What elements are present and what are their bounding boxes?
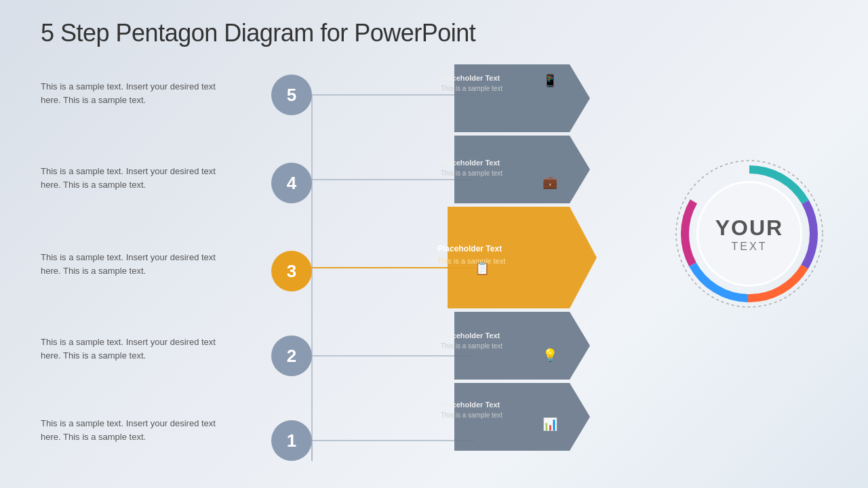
pent-seg3-icon: 📋 bbox=[475, 261, 490, 276]
step-3-circle[interactable]: 3 bbox=[271, 251, 312, 291]
pent-seg2: Placeholder Text This is a sample text bbox=[441, 158, 536, 178]
step-2-text: This is a sample text. Insert your desir… bbox=[41, 336, 237, 362]
step-1-text: This is a sample text. Insert your desir… bbox=[41, 417, 237, 443]
pent-seg3: Placeholder Text This is a sample text bbox=[437, 244, 542, 266]
pent-seg4: Placeholder Text This is a sample text bbox=[441, 331, 536, 351]
pent-seg1: Placeholder Text This is a sample text bbox=[441, 73, 536, 94]
page-title: 5 Step Pentagon Diagram for PowerPoint bbox=[41, 19, 475, 47]
step-1-circle[interactable]: 1 bbox=[271, 420, 312, 461]
pent-seg5: Placeholder Text This is a sample text bbox=[441, 400, 536, 420]
pent-seg2-icon: 💼 bbox=[542, 175, 557, 190]
step-3-text: This is a sample text. Insert your desir… bbox=[41, 251, 237, 277]
pent-seg5-icon: 📊 bbox=[542, 417, 557, 432]
step-5-circle[interactable]: 5 bbox=[271, 75, 312, 115]
step-4-circle[interactable]: 4 bbox=[271, 163, 312, 203]
chart-your-label: YOUR bbox=[715, 216, 783, 241]
step-5-text: This is a sample text. Insert your desir… bbox=[41, 80, 237, 106]
step-4-text: This is a sample text. Insert your desir… bbox=[41, 165, 237, 191]
chart-text-label: TEXT bbox=[715, 241, 783, 253]
circle-chart: YOUR TEXT bbox=[671, 156, 827, 312]
chart-center: YOUR TEXT bbox=[715, 216, 783, 253]
pent-seg1-icon: 📱 bbox=[542, 73, 557, 88]
step-2-circle[interactable]: 2 bbox=[271, 336, 312, 376]
pent-seg4-icon: 💡 bbox=[542, 348, 557, 363]
